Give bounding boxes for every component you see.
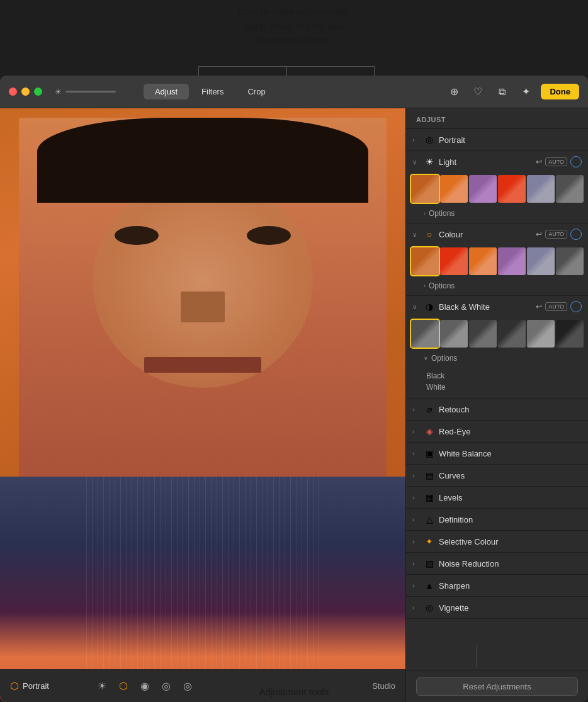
thumb-bw-6[interactable] [556, 320, 584, 348]
tab-filters[interactable]: Filters [190, 84, 235, 99]
main-window: ☀ Adjust Filters Crop ⊕ ♡ ⧉ ✦ Done [0, 76, 588, 702]
adjust-row-noise[interactable]: › ▨ Noise Reduction [406, 553, 588, 574]
chevron-options-bw: ∨ [424, 355, 428, 361]
titlebar-actions: ⊕ ♡ ⧉ ✦ Done [445, 83, 579, 101]
controls-bw: ↩ AUTO [536, 301, 582, 312]
tab-crop[interactable]: Crop [236, 84, 276, 99]
undo-colour[interactable]: ↩ [536, 230, 542, 239]
adjust-row-colour[interactable]: ∨ ○ Colour ↩ AUTO [406, 224, 588, 245]
adjust-item-colour: ∨ ○ Colour ↩ AUTO [406, 224, 588, 296]
slider-track [65, 91, 116, 93]
heart-button[interactable]: ♡ [469, 83, 487, 101]
minimize-button[interactable] [21, 88, 30, 96]
adjust-row-bw[interactable]: ∨ ◑ Black & White ↩ AUTO [406, 296, 588, 317]
thumb-colour-1[interactable] [411, 247, 439, 275]
thumb-bw-3[interactable] [469, 320, 497, 348]
toggle-colour[interactable] [570, 229, 582, 240]
adjust-row-light[interactable]: ∨ ☀ Light ↩ AUTO [406, 151, 588, 173]
brightness-slider[interactable]: ☀ [55, 88, 116, 96]
icon-curves: ▤ [424, 470, 435, 481]
more-button[interactable]: ⊕ [445, 83, 463, 101]
traffic-lights [9, 88, 42, 96]
undo-light[interactable]: ↩ [536, 157, 542, 166]
bw-black-label: Black [426, 371, 444, 380]
thumb-bw-5[interactable] [527, 320, 555, 348]
thumb-bw-2[interactable] [440, 320, 468, 348]
icon-colour: ○ [424, 229, 435, 240]
thumb-light-3[interactable] [469, 175, 497, 203]
copy-button[interactable]: ⧉ [493, 83, 511, 101]
adjust-row-redeye[interactable]: › ◈ Red-Eye [406, 421, 588, 442]
label-portrait: Portrait [439, 135, 582, 145]
sidebar-content[interactable]: › ◎ Portrait ∨ ☀ Light ↩ AUTO [406, 129, 588, 671]
thumb-bw-4[interactable] [498, 320, 526, 348]
adjust-item-bw: ∨ ◑ Black & White ↩ AUTO [406, 296, 588, 399]
label-definition: Definition [439, 515, 582, 524]
adjust-item-vignette: › ◎ Vignette [406, 597, 588, 619]
adjust-item-levels: › ▦ Levels [406, 487, 588, 509]
adjust-item-selective: › ✦ Selective Colour [406, 531, 588, 553]
magic-button[interactable]: ✦ [517, 83, 534, 101]
toggle-light[interactable] [570, 156, 582, 167]
chevron-levels: › [412, 494, 420, 501]
toggle-bw[interactable] [570, 301, 582, 312]
thumbnails-colour [406, 245, 588, 279]
label-wb: White Balance [439, 449, 582, 458]
thumb-light-4[interactable] [498, 175, 526, 203]
chevron-selective: › [412, 538, 420, 545]
label-sharpen: Sharpen [439, 581, 582, 591]
done-button[interactable]: Done [541, 84, 579, 99]
chevron-options-colour: › [424, 283, 426, 289]
options-light-label: Options [429, 209, 455, 218]
thumb-colour-6[interactable] [556, 247, 584, 275]
adjust-row-sharpen[interactable]: › ▲ Sharpen [406, 575, 588, 596]
adjust-item-noise: › ▨ Noise Reduction [406, 553, 588, 575]
bw-white-row: White [426, 382, 582, 393]
options-bw-sub: Black White [406, 368, 588, 398]
label-vignette: Vignette [439, 603, 582, 613]
adjust-row-wb[interactable]: › ▣ White Balance [406, 443, 588, 464]
thumb-colour-4[interactable] [498, 247, 526, 275]
options-light[interactable]: › Options [406, 207, 588, 223]
tooltip-text: Click to make adjustments,apply filters … [237, 5, 350, 48]
brightness-icon: ☀ [55, 88, 62, 96]
icon-bw: ◑ [424, 301, 435, 312]
chevron-curves: › [412, 472, 420, 479]
adjust-row-retouch[interactable]: › ⌀ Retouch [406, 399, 588, 420]
maximize-button[interactable] [34, 88, 42, 96]
annotation-line-bottom [477, 645, 477, 667]
label-retouch: Retouch [439, 405, 582, 414]
thumb-colour-3[interactable] [469, 247, 497, 275]
adjust-row-levels[interactable]: › ▦ Levels [406, 487, 588, 508]
adjust-row-definition[interactable]: › △ Definition [406, 509, 588, 530]
options-colour[interactable]: › Options [406, 279, 588, 295]
thumb-light-6[interactable] [556, 175, 584, 203]
chevron-definition: › [412, 516, 420, 523]
titlebar: ☀ Adjust Filters Crop ⊕ ♡ ⧉ ✦ Done [0, 76, 588, 108]
adjust-row-portrait[interactable]: › ◎ Portrait [406, 129, 588, 150]
adjust-item-sharpen: › ▲ Sharpen [406, 575, 588, 597]
options-bw-row[interactable]: ∨ Options [406, 351, 588, 368]
undo-bw[interactable]: ↩ [536, 302, 542, 311]
close-button[interactable] [9, 88, 17, 96]
mouth [144, 357, 262, 373]
tab-adjust[interactable]: Adjust [144, 84, 189, 99]
adjust-row-selective[interactable]: › ✦ Selective Colour [406, 531, 588, 552]
auto-colour[interactable]: AUTO [545, 230, 567, 239]
thumb-bw-1[interactable] [411, 320, 439, 348]
thumb-colour-5[interactable] [527, 247, 555, 275]
thumb-light-1[interactable] [411, 175, 439, 203]
eye-right [247, 226, 291, 246]
auto-light[interactable]: AUTO [545, 157, 567, 166]
chevron-portrait: › [412, 137, 420, 144]
eye-left [115, 226, 159, 246]
auto-bw[interactable]: AUTO [545, 302, 567, 311]
icon-portrait: ◎ [424, 134, 435, 145]
adjust-row-curves[interactable]: › ▤ Curves [406, 465, 588, 486]
adjust-row-vignette[interactable]: › ◎ Vignette [406, 597, 588, 618]
thumb-colour-2[interactable] [440, 247, 468, 275]
thumb-light-2[interactable] [440, 175, 468, 203]
thumb-light-5[interactable] [527, 175, 555, 203]
label-redeye: Red-Eye [439, 427, 582, 436]
icon-retouch: ⌀ [424, 404, 435, 415]
